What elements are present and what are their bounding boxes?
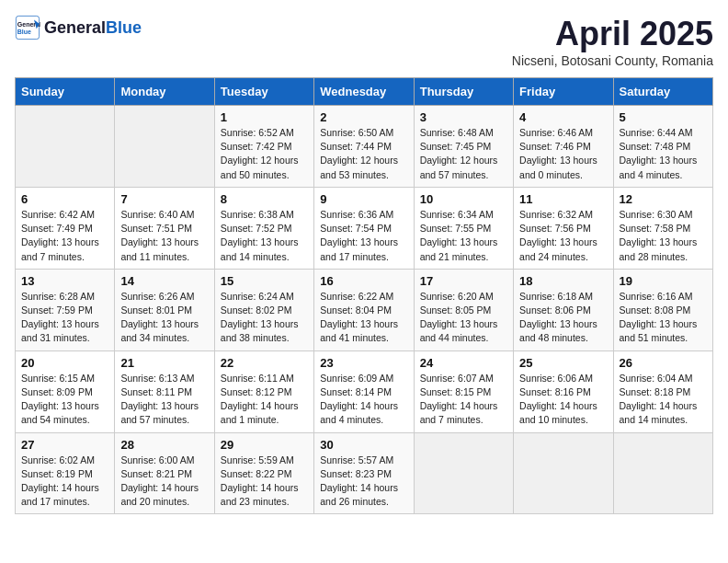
day-cell	[115, 106, 214, 188]
day-number: 4	[519, 110, 607, 124]
logo-icon: General Blue	[15, 15, 40, 40]
day-cell: 9Sunrise: 6:36 AMSunset: 7:54 PMDaylight…	[314, 187, 414, 269]
day-number: 8	[221, 192, 308, 206]
day-number: 23	[320, 356, 407, 370]
day-cell: 22Sunrise: 6:11 AMSunset: 8:12 PMDayligh…	[214, 350, 313, 432]
week-row-1: 6Sunrise: 6:42 AMSunset: 7:49 PMDaylight…	[16, 187, 713, 269]
day-info: Sunrise: 6:06 AMSunset: 8:16 PMDaylight:…	[519, 372, 607, 428]
logo-wordmark: GeneralBlue	[44, 18, 142, 38]
day-info: Sunrise: 6:40 AMSunset: 7:51 PMDaylight:…	[120, 208, 208, 264]
svg-rect-0	[16, 16, 39, 39]
day-cell: 24Sunrise: 6:07 AMSunset: 8:15 PMDayligh…	[414, 350, 513, 432]
day-number: 19	[620, 274, 707, 288]
day-cell: 26Sunrise: 6:04 AMSunset: 8:18 PMDayligh…	[613, 350, 712, 432]
col-header-sunday: Sunday	[16, 78, 115, 106]
day-cell: 16Sunrise: 6:22 AMSunset: 8:04 PMDayligh…	[314, 269, 414, 350]
calendar-header: SundayMondayTuesdayWednesdayThursdayFrid…	[16, 78, 713, 106]
col-header-saturday: Saturday	[613, 78, 712, 106]
day-cell: 18Sunrise: 6:18 AMSunset: 8:06 PMDayligh…	[514, 269, 613, 350]
day-number: 21	[120, 356, 208, 370]
day-cell: 3Sunrise: 6:48 AMSunset: 7:45 PMDaylight…	[414, 106, 513, 188]
day-cell: 21Sunrise: 6:13 AMSunset: 8:11 PMDayligh…	[115, 350, 214, 432]
day-info: Sunrise: 6:11 AMSunset: 8:12 PMDaylight:…	[221, 372, 308, 428]
day-info: Sunrise: 6:07 AMSunset: 8:15 PMDaylight:…	[420, 372, 507, 428]
day-info: Sunrise: 6:34 AMSunset: 7:55 PMDaylight:…	[420, 208, 507, 264]
day-number: 26	[620, 356, 707, 370]
day-info: Sunrise: 5:59 AMSunset: 8:22 PMDaylight:…	[221, 454, 308, 510]
day-cell: 23Sunrise: 6:09 AMSunset: 8:14 PMDayligh…	[314, 350, 414, 432]
day-info: Sunrise: 6:44 AMSunset: 7:48 PMDaylight:…	[620, 126, 707, 182]
day-info: Sunrise: 6:20 AMSunset: 8:05 PMDaylight:…	[420, 290, 507, 346]
day-info: Sunrise: 6:52 AMSunset: 7:42 PMDaylight:…	[221, 126, 308, 182]
day-cell	[514, 432, 613, 514]
day-cell	[414, 432, 513, 514]
week-row-0: 1Sunrise: 6:52 AMSunset: 7:42 PMDaylight…	[16, 106, 713, 188]
day-info: Sunrise: 6:04 AMSunset: 8:18 PMDaylight:…	[620, 372, 707, 428]
week-row-2: 13Sunrise: 6:28 AMSunset: 7:59 PMDayligh…	[16, 269, 713, 350]
day-info: Sunrise: 6:26 AMSunset: 8:01 PMDaylight:…	[120, 290, 208, 346]
day-info: Sunrise: 6:42 AMSunset: 7:49 PMDaylight:…	[21, 208, 108, 264]
day-info: Sunrise: 6:38 AMSunset: 7:52 PMDaylight:…	[221, 208, 308, 264]
day-cell: 28Sunrise: 6:00 AMSunset: 8:21 PMDayligh…	[115, 432, 214, 514]
col-header-friday: Friday	[514, 78, 613, 106]
header-row: SundayMondayTuesdayWednesdayThursdayFrid…	[16, 78, 713, 106]
day-cell: 7Sunrise: 6:40 AMSunset: 7:51 PMDaylight…	[115, 187, 214, 269]
day-cell: 10Sunrise: 6:34 AMSunset: 7:55 PMDayligh…	[414, 187, 513, 269]
day-number: 27	[21, 438, 108, 452]
week-row-4: 27Sunrise: 6:02 AMSunset: 8:19 PMDayligh…	[16, 432, 713, 514]
day-number: 25	[519, 356, 607, 370]
day-cell: 17Sunrise: 6:20 AMSunset: 8:05 PMDayligh…	[414, 269, 513, 350]
title-area: April 2025 Nicseni, Botosani County, Rom…	[512, 15, 713, 68]
day-number: 29	[221, 438, 308, 452]
day-info: Sunrise: 6:30 AMSunset: 7:58 PMDaylight:…	[620, 208, 707, 264]
day-number: 17	[420, 274, 507, 288]
day-info: Sunrise: 6:13 AMSunset: 8:11 PMDaylight:…	[120, 372, 208, 428]
col-header-tuesday: Tuesday	[214, 78, 313, 106]
day-info: Sunrise: 6:00 AMSunset: 8:21 PMDaylight:…	[120, 454, 208, 510]
logo-blue: Blue	[106, 18, 142, 38]
col-header-monday: Monday	[115, 78, 214, 106]
day-cell: 29Sunrise: 5:59 AMSunset: 8:22 PMDayligh…	[214, 432, 313, 514]
day-number: 15	[221, 274, 308, 288]
day-number: 30	[320, 438, 407, 452]
day-number: 22	[221, 356, 308, 370]
day-info: Sunrise: 6:32 AMSunset: 7:56 PMDaylight:…	[519, 208, 607, 264]
day-number: 12	[620, 192, 707, 206]
day-info: Sunrise: 6:46 AMSunset: 7:46 PMDaylight:…	[519, 126, 607, 182]
logo: General Blue GeneralBlue	[15, 15, 142, 40]
header: General Blue GeneralBlue April 2025 Nics…	[15, 15, 713, 68]
day-number: 14	[120, 274, 208, 288]
day-number: 2	[320, 110, 407, 124]
day-cell	[16, 106, 115, 188]
day-cell: 30Sunrise: 5:57 AMSunset: 8:23 PMDayligh…	[314, 432, 414, 514]
day-number: 6	[21, 192, 108, 206]
day-info: Sunrise: 6:18 AMSunset: 8:06 PMDaylight:…	[519, 290, 607, 346]
day-number: 5	[620, 110, 707, 124]
day-info: Sunrise: 6:28 AMSunset: 7:59 PMDaylight:…	[21, 290, 108, 346]
day-cell: 4Sunrise: 6:46 AMSunset: 7:46 PMDaylight…	[514, 106, 613, 188]
svg-text:Blue: Blue	[17, 29, 31, 35]
day-cell: 5Sunrise: 6:44 AMSunset: 7:48 PMDaylight…	[613, 106, 712, 188]
day-info: Sunrise: 6:02 AMSunset: 8:19 PMDaylight:…	[21, 454, 108, 510]
day-info: Sunrise: 6:50 AMSunset: 7:44 PMDaylight:…	[320, 126, 407, 182]
day-number: 7	[120, 192, 208, 206]
page-title: April 2025	[512, 15, 713, 53]
day-cell: 8Sunrise: 6:38 AMSunset: 7:52 PMDaylight…	[214, 187, 313, 269]
day-number: 3	[420, 110, 507, 124]
calendar-body: 1Sunrise: 6:52 AMSunset: 7:42 PMDaylight…	[16, 106, 713, 514]
day-info: Sunrise: 6:24 AMSunset: 8:02 PMDaylight:…	[221, 290, 308, 346]
day-info: Sunrise: 6:15 AMSunset: 8:09 PMDaylight:…	[21, 372, 108, 428]
day-cell: 14Sunrise: 6:26 AMSunset: 8:01 PMDayligh…	[115, 269, 214, 350]
day-info: Sunrise: 6:48 AMSunset: 7:45 PMDaylight:…	[420, 126, 507, 182]
day-number: 18	[519, 274, 607, 288]
day-info: Sunrise: 6:16 AMSunset: 8:08 PMDaylight:…	[620, 290, 707, 346]
day-info: Sunrise: 5:57 AMSunset: 8:23 PMDaylight:…	[320, 454, 407, 510]
calendar-table: SundayMondayTuesdayWednesdayThursdayFrid…	[15, 77, 713, 514]
day-number: 11	[519, 192, 607, 206]
day-cell: 27Sunrise: 6:02 AMSunset: 8:19 PMDayligh…	[16, 432, 115, 514]
day-cell: 6Sunrise: 6:42 AMSunset: 7:49 PMDaylight…	[16, 187, 115, 269]
day-cell: 2Sunrise: 6:50 AMSunset: 7:44 PMDaylight…	[314, 106, 414, 188]
day-info: Sunrise: 6:22 AMSunset: 8:04 PMDaylight:…	[320, 290, 407, 346]
day-number: 20	[21, 356, 108, 370]
week-row-3: 20Sunrise: 6:15 AMSunset: 8:09 PMDayligh…	[16, 350, 713, 432]
